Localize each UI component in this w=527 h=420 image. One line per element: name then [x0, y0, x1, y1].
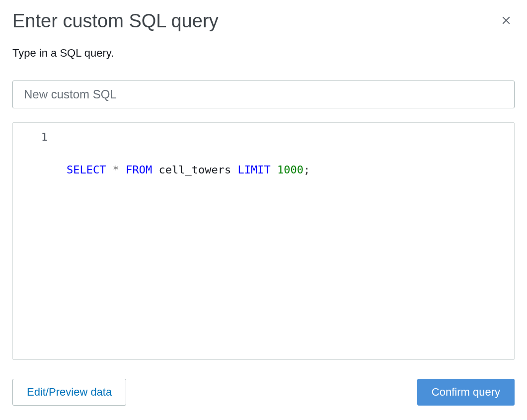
- code-line: SELECT * FROM cell_towers LIMIT 1000;: [67, 162, 504, 178]
- edit-preview-button[interactable]: Edit/Preview data: [12, 379, 126, 406]
- editor-gutter: 1: [13, 123, 57, 359]
- line-number: 1: [17, 129, 48, 145]
- editor-code-area[interactable]: SELECT * FROM cell_towers LIMIT 1000;: [57, 123, 514, 359]
- close-icon: [502, 16, 511, 26]
- confirm-query-button[interactable]: Confirm query: [417, 379, 515, 406]
- dialog-title: Enter custom SQL query: [12, 10, 219, 33]
- sql-editor[interactable]: 1 SELECT * FROM cell_towers LIMIT 1000;: [12, 122, 515, 360]
- query-name-input[interactable]: [12, 81, 515, 108]
- dialog-subtitle: Type in a SQL query.: [12, 47, 515, 60]
- close-button[interactable]: [498, 12, 515, 30]
